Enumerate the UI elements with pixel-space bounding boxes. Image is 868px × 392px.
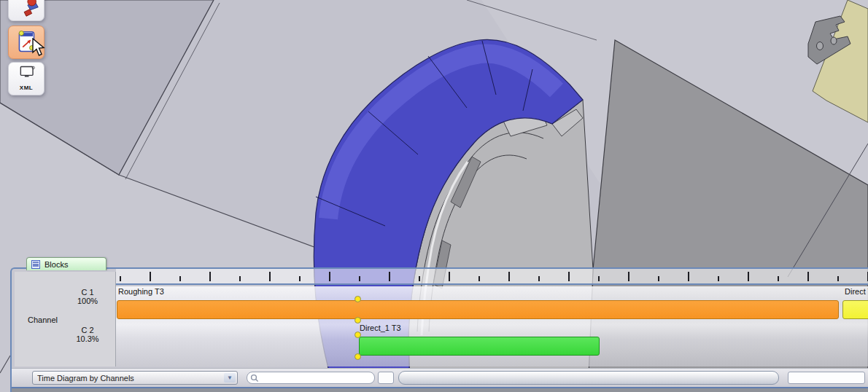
ruler-tick [449, 272, 450, 281]
channel-c1-load: 100% [57, 297, 118, 305]
sync-point-marker[interactable] [354, 353, 361, 360]
sync-point-marker[interactable] [354, 317, 361, 324]
chevron-down-icon: ▼ [224, 373, 236, 383]
timeline-block-bar[interactable] [117, 300, 839, 319]
ruler-tick [538, 276, 540, 281]
ruler-tick [269, 272, 271, 281]
ruler-tick [389, 272, 390, 281]
ruler-tick [150, 272, 151, 281]
channel-c1-name: C 1 [57, 288, 118, 297]
ruler-tick [120, 276, 121, 281]
simulation-part-icon [9, 0, 44, 20]
channel-c2-load: 10.3% [57, 334, 118, 343]
blocks-panel: Roughing T3Direct TDirect_1 T3 Channel C… [10, 267, 868, 392]
scroll-left-button[interactable] [378, 372, 394, 384]
ruler-tick [778, 276, 779, 281]
tab-blocks[interactable]: Blocks [26, 257, 106, 270]
ruler-tick [299, 276, 301, 281]
ruler-tick [478, 276, 480, 281]
channel-c1: C 1 100% [57, 288, 118, 305]
application-window: XML Blocks Roughing T3Direct TDirect_1 T… [0, 0, 868, 392]
search-input[interactable] [247, 372, 375, 384]
ruler-tick [209, 272, 211, 281]
panel-footer: Time Diagram by Channels ▼ [12, 368, 868, 387]
ruler-tick [419, 276, 420, 281]
simulation-button[interactable] [8, 0, 44, 21]
ruler-tick [598, 276, 600, 281]
sync-point-marker[interactable] [354, 296, 361, 302]
timeline-block-bar[interactable] [359, 337, 600, 356]
xml-export-button[interactable]: XML [8, 62, 44, 95]
footer-text-field[interactable] [788, 372, 865, 384]
ruler-tick [628, 272, 629, 281]
ruler-tick [807, 272, 809, 281]
panel-bottom-edge [12, 387, 868, 392]
ruler-tick [508, 272, 510, 281]
ruler-tick [329, 272, 330, 281]
ruler-tick [179, 276, 181, 281]
view-mode-dropdown[interactable]: Time Diagram by Channels ▼ [32, 371, 238, 385]
timeline-block-bar[interactable] [842, 300, 868, 319]
ruler-tick [718, 276, 719, 281]
ruler-tick [688, 272, 689, 281]
search-icon [250, 374, 259, 383]
timeline-ruler[interactable] [116, 269, 868, 285]
mouse-cursor [31, 38, 47, 57]
channel-column: Channel C 1 100% C 2 10.3% [15, 272, 116, 366]
ruler-tick [748, 272, 749, 281]
ruler-tick [239, 276, 241, 281]
horizontal-scrollbar[interactable] [398, 371, 779, 385]
view-mode-value: Time Diagram by Channels [37, 374, 134, 383]
ruler-tick [658, 276, 659, 281]
xml-monitor-icon [9, 63, 44, 86]
timeline-block-label: Roughing T3 [118, 287, 164, 296]
tab-blocks-label: Blocks [44, 260, 68, 269]
channel-column-title: Channel [28, 315, 58, 324]
sync-point-marker[interactable] [354, 332, 361, 338]
list-icon [31, 260, 40, 269]
xml-label: XML [9, 85, 44, 91]
channel-c2-name: C 2 [57, 326, 118, 334]
ruler-tick [568, 272, 570, 281]
channel-c2: C 2 10.3% [57, 326, 118, 343]
timeline-area[interactable]: Roughing T3Direct TDirect_1 T3 [116, 286, 868, 366]
ruler-tick [837, 276, 839, 281]
ruler-tick [359, 276, 360, 281]
timeline-block-label: Direct_1 T3 [360, 324, 401, 332]
timeline-block-label: Direct T [845, 287, 868, 296]
